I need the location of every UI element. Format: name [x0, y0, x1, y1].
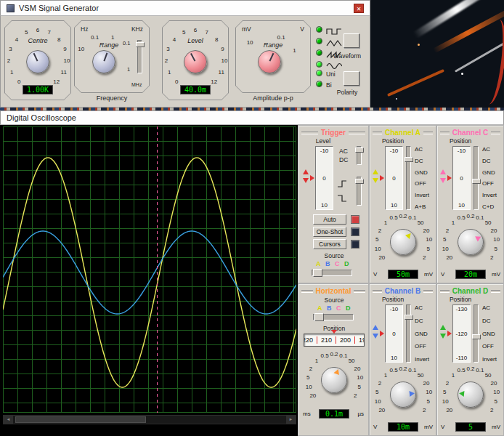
coupling-option[interactable]: GND: [482, 169, 497, 176]
channel-b-coupling-thumb[interactable]: [405, 315, 413, 320]
position-down-arrow[interactable]: [440, 334, 446, 339]
coupling-option[interactable]: Invert: [415, 356, 429, 363]
frequency-range-knob[interactable]: [92, 50, 115, 73]
screen-scrollbar[interactable]: ◄ ►: [3, 415, 296, 424]
channel-c-gain-knob[interactable]: [458, 229, 484, 255]
dial-label: 9: [63, 46, 66, 52]
coupling-option[interactable]: Invert: [482, 192, 497, 198]
position-up-arrow[interactable]: [440, 325, 446, 330]
trigger-ac-label[interactable]: AC: [339, 148, 348, 155]
trigger-edge-slider[interactable]: [357, 177, 362, 206]
trigger-edge-thumb[interactable]: [355, 179, 364, 184]
channel-b-gain-knob[interactable]: [390, 382, 416, 408]
channel-b-position-scale: -10010: [385, 304, 403, 363]
dial-label: 5: [25, 29, 28, 36]
coupling-option[interactable]: OFF: [482, 343, 497, 350]
channel-d-display-row: V 5 mV: [437, 422, 503, 432]
dial-label: 20: [423, 227, 430, 233]
channel-a-gain-knob[interactable]: [390, 229, 416, 255]
signal-generator-titlebar[interactable]: VSM Signal Generator ✕: [0, 0, 370, 16]
frequency-multiplier-thumb[interactable]: [136, 42, 145, 47]
close-icon[interactable]: ✕: [354, 4, 364, 13]
position-down-arrow[interactable]: [373, 334, 378, 339]
coupling-option[interactable]: DC: [482, 158, 497, 164]
channel-a-position-control: -10010 ACDCGNDOFFInvertA+B: [370, 146, 436, 210]
coupling-option[interactable]: DC: [482, 318, 497, 324]
dial-label: 10: [221, 57, 227, 64]
coupling-option[interactable]: AC: [415, 304, 429, 311]
coupling-option[interactable]: AC: [482, 146, 497, 153]
coupling-option[interactable]: Invert: [415, 192, 429, 198]
channel-c-coupling-thumb[interactable]: [472, 179, 481, 184]
waveform-button[interactable]: [344, 33, 359, 48]
trigger-coupling-slider[interactable]: [357, 146, 362, 165]
timebase-knob[interactable]: [321, 367, 347, 393]
coupling-option[interactable]: GND: [415, 331, 429, 337]
coupling-option[interactable]: DC: [415, 318, 429, 324]
channel-d-gain-knob[interactable]: [458, 382, 484, 408]
trigger-source-slider[interactable]: [312, 270, 352, 276]
coupling-option[interactable]: AC: [482, 304, 497, 311]
channel-a-coupling-slider[interactable]: [406, 146, 411, 210]
knob-pointer: [459, 390, 465, 397]
level-panel-face: 0123456789101112 Level 40.0m: [163, 21, 228, 100]
channel-d-title: Channel D: [440, 287, 500, 295]
uni-label: Uni: [326, 70, 336, 78]
cursors-button[interactable]: Cursors: [313, 239, 346, 249]
horizontal-source-slider[interactable]: [313, 314, 354, 320]
channel-c-coupling-slider[interactable]: [473, 146, 479, 210]
trigger-source-thumb[interactable]: [313, 269, 322, 277]
coupling-option[interactable]: OFF: [482, 180, 497, 187]
position-up-arrow[interactable]: [373, 169, 378, 174]
position-down-arrow[interactable]: [440, 178, 446, 183]
square-wave-led: [316, 26, 322, 33]
position-down-arrow[interactable]: [373, 178, 378, 183]
coupling-option[interactable]: GND: [482, 331, 497, 337]
dial-label: 20: [446, 407, 452, 413]
coupling-option[interactable]: OFF: [415, 180, 429, 187]
channel-a-coupling-thumb[interactable]: [405, 157, 413, 162]
channel-a-gain-block: 20105210.50.20.150201052: [370, 213, 437, 268]
coupling-option[interactable]: AC: [415, 146, 429, 153]
coupling-option[interactable]: GND: [415, 169, 429, 176]
channel-d-coupling-slider[interactable]: [473, 304, 479, 363]
one-shot-button[interactable]: One-Shot: [313, 227, 346, 237]
centre-knob[interactable]: [26, 50, 49, 73]
centre-label: Centre: [5, 37, 70, 44]
channel-d-coupling-thumb[interactable]: [472, 334, 481, 339]
level-display: 40.0m: [180, 85, 211, 94]
trigger-dc-label[interactable]: DC: [339, 156, 348, 164]
trigger-coupling-thumb[interactable]: [355, 148, 364, 153]
amplitude-range-knob[interactable]: [258, 50, 281, 73]
frequency-multiplier-slider[interactable]: [137, 40, 142, 73]
scrollbar-thumb[interactable]: [15, 416, 146, 423]
horizontal-source-label: Source: [298, 296, 370, 304]
coupling-option[interactable]: Invert: [482, 356, 497, 363]
source-d-label: D: [346, 304, 351, 312]
horizontal-source-thumb[interactable]: [314, 313, 324, 321]
position-up-arrow[interactable]: [440, 169, 446, 174]
polarity-button[interactable]: [344, 71, 359, 86]
knob-pointer: [475, 234, 482, 241]
position-up-arrow[interactable]: [373, 325, 378, 330]
channel-b-coupling-slider[interactable]: [406, 304, 411, 363]
dial-label: 2: [378, 379, 381, 386]
dial-label: 7: [48, 29, 51, 36]
coupling-option[interactable]: OFF: [415, 343, 429, 350]
dial-label: 20: [423, 379, 430, 386]
frequency-caption: Frequency: [74, 94, 150, 102]
trigger-level-control: -10010 AC DC: [298, 146, 368, 210]
level-knob[interactable]: [184, 50, 207, 73]
dial-label: 2: [423, 254, 426, 261]
scroll-left-icon[interactable]: ◄: [4, 416, 13, 424]
auto-button[interactable]: Auto: [313, 214, 346, 225]
channel-c-position-label: Position: [437, 137, 484, 145]
coupling-option[interactable]: DC: [415, 158, 429, 164]
oscilloscope-titlebar[interactable]: Digital Oscilloscope: [0, 110, 504, 125]
channel-a-position-scale: -10010: [385, 146, 403, 210]
trigger-level-down-arrow[interactable]: [303, 178, 309, 183]
trigger-level-up-arrow[interactable]: [303, 169, 309, 174]
coupling-option[interactable]: A+B: [415, 203, 429, 210]
scroll-right-icon[interactable]: ►: [286, 416, 296, 424]
coupling-option[interactable]: C+D: [482, 203, 497, 210]
